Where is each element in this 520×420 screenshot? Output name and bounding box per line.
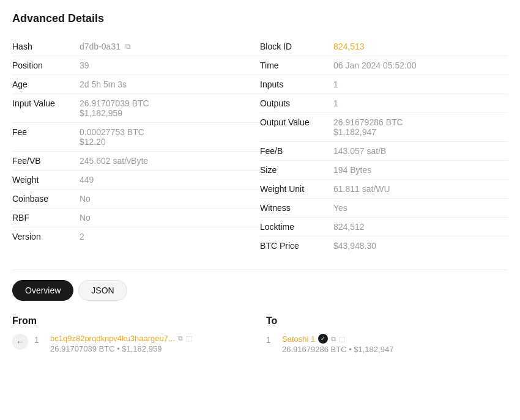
tab-overview[interactable]: Overview <box>12 280 73 301</box>
from-index: 1 <box>34 335 44 345</box>
input-value-label: Input Value <box>12 98 80 108</box>
right-details-column: Block ID 824,513 Time 06 Jan 2024 05:52:… <box>260 37 508 255</box>
to-address-amount: 26.91679286 BTC • $1,182,947 <box>282 345 393 354</box>
age-value: 2d 5h 5m 3s <box>80 79 260 89</box>
output-value-value: 26.91679286 BTC $1,182,947 <box>333 117 508 137</box>
time-row: Time 06 Jan 2024 05:52:00 <box>260 56 508 75</box>
btc-price-label: BTC Price <box>260 241 333 251</box>
hash-value: d7db-0a31 ⧉ <box>80 42 260 51</box>
from-address-link[interactable]: bc1q9z82prqdknpv4ku3haargeu7... ⧉ ⬚ <box>50 334 192 343</box>
to-address-link[interactable]: Satoshi 1 ✓ ⧉ ⬚ <box>282 334 393 344</box>
input-value-value: 26.91707039 BTC $1,182,959 <box>80 98 260 118</box>
details-grid: Hash d7db-0a31 ⧉ Position 39 Age 2d 5h 5… <box>12 37 508 255</box>
inputs-value: 1 <box>333 79 508 89</box>
position-label: Position <box>12 61 80 70</box>
output-value-btc: 26.91679286 BTC <box>333 117 508 127</box>
divider <box>12 270 508 270</box>
locktime-label: Locktime <box>260 222 333 232</box>
to-address-row: 1 Satoshi 1 ✓ ⧉ ⬚ 26.91679286 BTC • $1,1… <box>266 334 508 354</box>
from-address-amount: 26.91707039 BTC • $1,182,959 <box>50 344 192 353</box>
to-address-name: Satoshi 1 <box>282 334 315 344</box>
input-value-row: Input Value 26.91707039 BTC $1,182,959 <box>12 94 260 123</box>
outputs-label: Outputs <box>260 98 333 108</box>
fee-label: Fee <box>12 127 80 137</box>
version-label: Version <box>12 232 80 241</box>
output-value-usd: $1,182,947 <box>333 127 508 137</box>
weight-row: Weight 449 <box>12 171 260 190</box>
from-column: From ← 1 bc1q9z82prqdknpv4ku3haargeu7...… <box>12 315 254 354</box>
coinbase-row: Coinbase No <box>12 190 260 208</box>
feevb-label: Fee/VB <box>12 156 80 166</box>
output-value-row: Output Value 26.91679286 BTC $1,182,947 <box>260 113 508 142</box>
fee-usd: $12.20 <box>80 137 260 147</box>
from-address-info: bc1q9z82prqdknpv4ku3haargeu7... ⧉ ⬚ 26.9… <box>50 334 192 353</box>
feeb-row: Fee/B 143.057 sat/B <box>260 142 508 161</box>
feevb-value: 245.602 sat/vByte <box>80 156 260 166</box>
btc-price-row: BTC Price $43,948.30 <box>260 237 508 255</box>
to-address-info: Satoshi 1 ✓ ⧉ ⬚ 26.91679286 BTC • $1,182… <box>282 334 393 354</box>
to-column: To 1 Satoshi 1 ✓ ⧉ ⬚ 26.91679286 BTC • $… <box>266 315 508 354</box>
coinbase-label: Coinbase <box>12 194 80 204</box>
to-title: To <box>266 315 508 326</box>
page-title: Advanced Details <box>12 12 508 25</box>
locktime-row: Locktime 824,512 <box>260 218 508 237</box>
weight-label: Weight <box>12 175 80 185</box>
outputs-value: 1 <box>333 98 508 108</box>
coinbase-value: No <box>80 194 260 204</box>
inputs-row: Inputs 1 <box>260 75 508 94</box>
rbf-row: RBF No <box>12 208 260 227</box>
size-label: Size <box>260 165 333 175</box>
witness-label: Witness <box>260 203 333 213</box>
tab-json[interactable]: JSON <box>78 280 127 301</box>
time-label: Time <box>260 61 333 70</box>
hash-label: Hash <box>12 42 80 51</box>
weight-unit-row: Weight Unit 61.811 sat/WU <box>260 180 508 199</box>
time-value: 06 Jan 2024 05:52:00 <box>333 61 508 70</box>
feeb-value: 143.057 sat/B <box>333 146 508 156</box>
outputs-row: Outputs 1 <box>260 94 508 113</box>
output-value-label: Output Value <box>260 117 333 127</box>
version-row: Version 2 <box>12 227 260 246</box>
inputs-label: Inputs <box>260 79 333 89</box>
age-row: Age 2d 5h 5m 3s <box>12 75 260 94</box>
rbf-value: No <box>80 213 260 223</box>
to-index: 1 <box>266 335 276 345</box>
fee-row: Fee 0.00027753 BTC $12.20 <box>12 123 260 152</box>
fee-btc: 0.00027753 BTC <box>80 127 260 137</box>
size-row: Size 194 Bytes <box>260 161 508 180</box>
weight-unit-label: Weight Unit <box>260 184 333 194</box>
from-block-icon[interactable]: ⬚ <box>186 334 192 342</box>
size-value: 194 Bytes <box>333 165 508 175</box>
version-value: 2 <box>80 232 260 241</box>
hash-row: Hash d7db-0a31 ⧉ <box>12 37 260 56</box>
from-address-row: ← 1 bc1q9z82prqdknpv4ku3haargeu7... ⧉ ⬚ … <box>12 334 254 353</box>
input-value-btc: 26.91707039 BTC <box>80 98 260 108</box>
feevb-row: Fee/VB 245.602 sat/vByte <box>12 152 260 171</box>
from-address-text: bc1q9z82prqdknpv4ku3haargeu7... <box>50 334 175 343</box>
blockid-label: Block ID <box>260 42 333 51</box>
btc-price-value: $43,948.30 <box>333 241 508 251</box>
age-label: Age <box>12 79 80 89</box>
from-arrow-icon: ← <box>12 334 28 350</box>
feeb-label: Fee/B <box>260 146 333 156</box>
fee-value: 0.00027753 BTC $12.20 <box>80 127 260 147</box>
verified-icon: ✓ <box>318 334 328 344</box>
weight-unit-value: 61.811 sat/WU <box>333 184 508 194</box>
position-value: 39 <box>80 61 260 70</box>
blockid-row: Block ID 824,513 <box>260 37 508 56</box>
left-details-column: Hash d7db-0a31 ⧉ Position 39 Age 2d 5h 5… <box>12 37 260 255</box>
weight-value: 449 <box>80 175 260 185</box>
locktime-value: 824,512 <box>333 222 508 232</box>
tabs-row: Overview JSON <box>12 280 508 301</box>
from-copy-icon[interactable]: ⧉ <box>178 334 183 342</box>
hash-copy-icon[interactable]: ⧉ <box>124 42 133 51</box>
to-copy-icon[interactable]: ⧉ <box>331 335 336 343</box>
witness-value: Yes <box>333 203 508 213</box>
to-block-icon[interactable]: ⬚ <box>339 335 345 343</box>
blockid-value[interactable]: 824,513 <box>333 42 508 51</box>
from-title: From <box>12 315 254 326</box>
from-to-section: From ← 1 bc1q9z82prqdknpv4ku3haargeu7...… <box>12 315 508 354</box>
position-row: Position 39 <box>12 56 260 75</box>
rbf-label: RBF <box>12 213 80 223</box>
witness-row: Witness Yes <box>260 199 508 218</box>
